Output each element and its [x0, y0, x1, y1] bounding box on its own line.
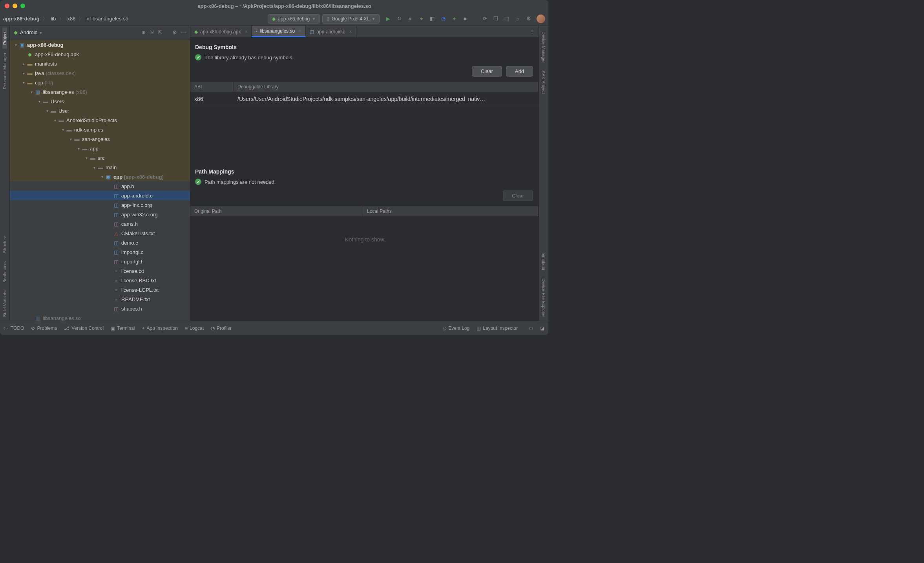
tree-item[interactable]: ▾▬ndk-samples [10, 125, 190, 134]
debug-button[interactable]: ⌖ [418, 16, 424, 22]
tree-item[interactable]: ▾▬main [10, 163, 190, 172]
more-tabs-icon[interactable]: ⋮ [526, 26, 539, 37]
col-header-lib[interactable]: Debuggable Library [234, 82, 539, 92]
breadcrumb-item[interactable]: libsanangeles.so [90, 16, 128, 22]
tree-arrow-icon[interactable]: ▸ [21, 62, 26, 66]
tree-item[interactable]: ▾▥libsanangeles (x86) [10, 87, 190, 97]
status-vcs[interactable]: ⎇Version Control [64, 325, 104, 331]
run-button[interactable]: ▶ [385, 16, 391, 22]
tree-item[interactable]: ◫app.h [10, 181, 190, 191]
tree-item[interactable]: ▸▬manifests [10, 59, 190, 68]
tree-item[interactable]: ◫importgl.c [10, 247, 190, 257]
sdk-button[interactable]: ⬚ [504, 16, 510, 22]
status-terminal[interactable]: ▣Terminal [111, 325, 135, 331]
tree-arrow-icon[interactable]: ▾ [60, 128, 66, 132]
rail-resource-manager[interactable]: Resource Manager [2, 49, 7, 93]
coverage-button[interactable]: ◧ [429, 16, 435, 22]
tree-item[interactable]: ▾▬san-angeles [10, 134, 190, 144]
rail-structure[interactable]: Structure [2, 232, 7, 257]
rail-emulator[interactable]: Emulator [541, 249, 546, 274]
clear-path-button[interactable]: Clear [503, 190, 533, 201]
hide-icon[interactable]: — [181, 29, 186, 35]
tree-item[interactable]: ◫cams.h [10, 219, 190, 228]
close-window-button[interactable] [5, 4, 9, 8]
rail-project[interactable]: Project [2, 27, 7, 49]
tab-so[interactable]: ▫ libsanangeles.so × [252, 26, 306, 37]
zoom-window-button[interactable] [20, 4, 25, 8]
status-profiler[interactable]: ◔Profiler [211, 325, 232, 331]
close-icon[interactable]: × [349, 29, 352, 35]
tree-item[interactable]: ▥libsanangeles.so [10, 313, 190, 321]
project-scope-selector[interactable]: Android ▼ [20, 29, 141, 35]
tree-item[interactable]: ◫app-android.c [10, 191, 190, 200]
table-row[interactable]: x86 /Users/User/AndroidStudioProjects/nd… [190, 92, 539, 106]
tab-apk[interactable]: ◆ app-x86-debug.apk × [190, 26, 252, 37]
user-avatar[interactable] [537, 15, 545, 23]
apply-changes-button[interactable]: ↻ [396, 16, 402, 22]
tree-item[interactable]: ◫shapes.h [10, 304, 190, 313]
tree-item[interactable]: ▾▬User [10, 106, 190, 115]
tree-item[interactable]: ◫app-win32.c.org [10, 210, 190, 219]
apply-code-button[interactable]: ≡ [407, 16, 413, 22]
tree-item[interactable]: ▸▬java (classes.dex) [10, 68, 190, 78]
avd-button[interactable]: ❒ [493, 16, 499, 22]
status-app-inspection[interactable]: ⌖App Inspection [142, 325, 178, 331]
collapse-icon[interactable]: ⇱ [158, 29, 162, 35]
tree-item[interactable]: ◫importgl.h [10, 257, 190, 266]
rail-build-variants[interactable]: Build Variants [2, 287, 7, 321]
run-config-selector[interactable]: ◆ app-x86-debug ▼ [268, 14, 320, 24]
col-header-local[interactable]: Local Paths [363, 206, 539, 216]
sync-button[interactable]: ⟳ [482, 16, 488, 22]
tree-item[interactable]: ▾▬app [10, 144, 190, 153]
tree-item[interactable]: ◫app-linx.c.org [10, 200, 190, 210]
tree-item[interactable]: ▫README.txt [10, 294, 190, 304]
breadcrumb-item[interactable]: lib [51, 16, 56, 22]
tree-arrow-icon[interactable]: ▾ [29, 90, 34, 94]
breadcrumb-item[interactable]: x86 [67, 16, 75, 22]
tree-item[interactable]: ▾▬src [10, 153, 190, 163]
tree-arrow-icon[interactable]: ▸ [21, 71, 26, 75]
gear-icon[interactable]: ⚙ [172, 29, 177, 35]
tree-arrow-icon[interactable]: ▾ [37, 99, 42, 104]
tree-arrow-icon[interactable]: ▾ [52, 118, 58, 122]
status-problems[interactable]: ⊘Problems [31, 325, 57, 331]
tab-c[interactable]: ◫ app-android.c × [306, 26, 356, 37]
rail-device-manager[interactable]: Device Manager [541, 27, 546, 67]
tree-item[interactable]: ▫license-BSD.txt [10, 276, 190, 285]
expand-icon[interactable]: ⇲ [150, 29, 154, 35]
locate-icon[interactable]: ⊕ [141, 29, 146, 35]
tree-item[interactable]: ▾▣app-x86-debug [10, 40, 190, 49]
rail-device-file-explorer[interactable]: Device File Explorer [541, 274, 546, 321]
status-logcat[interactable]: ≡Logcat [185, 325, 204, 331]
breadcrumb[interactable]: app-x86-debug 〉 lib 〉 x86 〉 ▫ libsanange… [3, 15, 128, 22]
tree-item[interactable]: ◆app-x86-debug.apk [10, 49, 190, 59]
tree-arrow-icon[interactable]: ▾ [84, 156, 89, 160]
tree-arrow-icon[interactable]: ▾ [21, 80, 26, 85]
stop-button[interactable]: ■ [462, 16, 468, 22]
close-icon[interactable]: × [245, 29, 247, 35]
tree-item[interactable]: ▾▬cpp (lib) [10, 78, 190, 87]
tree-item[interactable]: △CMakeLists.txt [10, 228, 190, 238]
tree-item[interactable]: ▾▬AndroidStudioProjects [10, 115, 190, 125]
settings-button[interactable]: ⚙ [526, 16, 532, 22]
project-tree[interactable]: ▾▣app-x86-debug◆app-x86-debug.apk▸▬manif… [10, 39, 190, 321]
tree-item[interactable]: ◫demo.c [10, 238, 190, 247]
tree-item[interactable]: ▾▬Users [10, 97, 190, 106]
breadcrumb-item[interactable]: app-x86-debug [3, 16, 39, 22]
tree-item[interactable]: ▫license.txt [10, 266, 190, 276]
ide-status-icon[interactable]: ▭ [529, 325, 533, 331]
status-todo[interactable]: ≔TODO [4, 325, 24, 331]
notifications-icon[interactable]: ◪ [540, 325, 544, 331]
tree-arrow-icon[interactable]: ▾ [76, 146, 81, 151]
status-layout-inspector[interactable]: ▥Layout Inspector [477, 325, 518, 331]
clear-debug-button[interactable]: Clear [472, 66, 502, 77]
tree-arrow-icon[interactable]: ▾ [44, 109, 50, 113]
close-icon[interactable]: × [299, 28, 301, 34]
tree-arrow-icon[interactable]: ▾ [68, 137, 73, 141]
device-selector[interactable]: ▯ Google Pixel 4 XL ▼ [322, 14, 380, 24]
col-header-abi[interactable]: ABI [190, 82, 234, 92]
tree-arrow-icon[interactable]: ▾ [99, 175, 105, 179]
tree-item[interactable]: ▫license-LGPL.txt [10, 285, 190, 294]
profiler-button[interactable]: ◔ [440, 16, 446, 22]
minimize-window-button[interactable] [13, 4, 17, 8]
